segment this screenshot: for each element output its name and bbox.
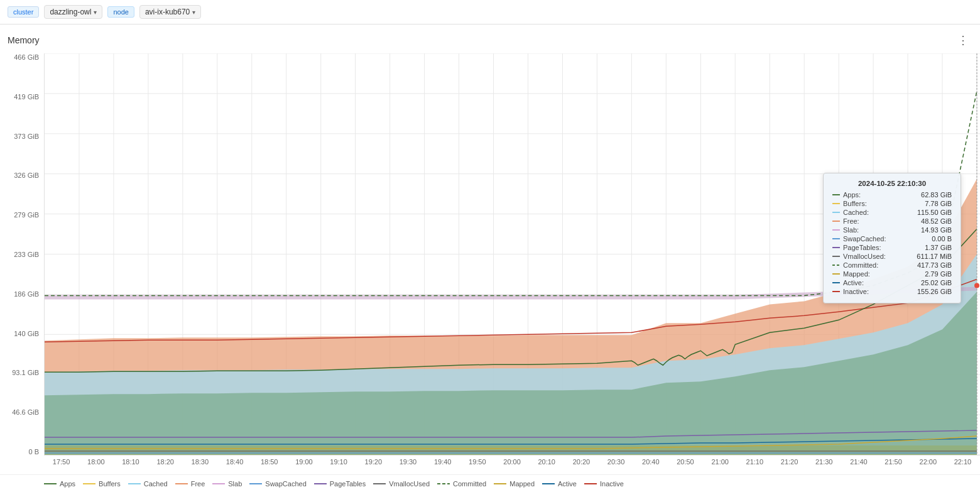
x-label-1: 18:00 bbox=[79, 458, 113, 466]
y-label-0: 466 GiB bbox=[3, 53, 39, 61]
tooltip-key-active: Active: bbox=[832, 279, 864, 286]
legend-item-active[interactable]: Active bbox=[542, 480, 577, 488]
y-label-7: 140 GiB bbox=[3, 330, 39, 337]
x-label-18: 20:50 bbox=[668, 458, 702, 466]
tooltip: 2024-10-25 22:10:30 Apps: 62.83 GiB Buff… bbox=[823, 173, 961, 303]
mapped-legend-dot bbox=[832, 273, 840, 275]
committed-legend-dot bbox=[832, 265, 840, 266]
buffers-legend-dot bbox=[832, 203, 840, 204]
legend-item-free[interactable]: Free bbox=[175, 480, 205, 488]
x-label-21: 21:20 bbox=[772, 458, 807, 466]
vmalloc-legend-dot bbox=[832, 256, 840, 257]
x-label-10: 19:30 bbox=[391, 458, 425, 466]
legend-item-pagetables[interactable]: PageTables bbox=[314, 480, 366, 488]
tooltip-key-pagetables: PageTables: bbox=[832, 244, 881, 251]
tooltip-key-slab: Slab: bbox=[832, 226, 859, 234]
tooltip-row-vmalloc: VmallocUsed: 611.17 MiB bbox=[832, 253, 952, 260]
legend-item-committed[interactable]: Committed bbox=[437, 480, 486, 488]
legend-color-active bbox=[542, 483, 555, 484]
legend-label-free: Free bbox=[191, 480, 205, 488]
tooltip-key-cached: Cached: bbox=[832, 209, 869, 216]
tooltip-val-free: 48.52 GiB bbox=[921, 217, 952, 225]
cluster-badge: cluster bbox=[8, 6, 39, 18]
tooltip-val-vmalloc: 611.17 MiB bbox=[917, 253, 952, 260]
legend-item-cached[interactable]: Cached bbox=[128, 480, 168, 488]
chart-area: 466 GiB 419 GiB 373 GiB 326 GiB 279 GiB … bbox=[0, 53, 980, 474]
legend-item-apps[interactable]: Apps bbox=[44, 480, 75, 488]
x-label-22: 21:30 bbox=[807, 458, 841, 466]
cached-legend-dot bbox=[832, 212, 840, 213]
legend-label-active: Active bbox=[558, 480, 577, 488]
tooltip-val-swapcached: 0.00 B bbox=[932, 235, 952, 243]
x-label-4: 18:30 bbox=[183, 458, 217, 466]
chart-menu-button[interactable]: ⋮ bbox=[954, 32, 972, 48]
x-label-13: 20:00 bbox=[494, 458, 529, 466]
legend-item-swapcached[interactable]: SwapCached bbox=[249, 480, 306, 488]
x-label-8: 19:10 bbox=[322, 458, 356, 466]
y-axis: 466 GiB 419 GiB 373 GiB 326 GiB 279 GiB … bbox=[0, 53, 44, 456]
tooltip-key-free: Free: bbox=[832, 217, 859, 225]
tooltip-row-apps: Apps: 62.83 GiB bbox=[832, 191, 952, 199]
legend-item-vmalloc[interactable]: VmallocUsed bbox=[373, 480, 430, 488]
legend-item-inactive[interactable]: Inactive bbox=[584, 480, 624, 488]
tooltip-row-buffers: Buffers: 7.78 GiB bbox=[832, 200, 952, 207]
x-label-7: 19:00 bbox=[286, 458, 321, 466]
node-dropdown[interactable]: avi-ix-kub670 bbox=[139, 5, 201, 19]
tooltip-val-apps: 62.83 GiB bbox=[921, 191, 952, 199]
legend-color-pagetables bbox=[314, 483, 327, 484]
x-label-17: 20:40 bbox=[633, 458, 668, 466]
legend-color-free bbox=[175, 483, 188, 484]
x-label-5: 18:40 bbox=[217, 458, 252, 466]
active-legend-dot bbox=[832, 282, 840, 283]
x-label-16: 20:30 bbox=[599, 458, 633, 466]
tooltip-val-active: 25.02 GiB bbox=[921, 279, 952, 286]
tooltip-row-swapcached: SwapCached: 0.00 B bbox=[832, 235, 952, 243]
tooltip-timestamp: 2024-10-25 22:10:30 bbox=[832, 180, 952, 187]
tooltip-key-apps: Apps: bbox=[832, 191, 861, 199]
y-label-8: 93.1 GiB bbox=[3, 369, 39, 376]
hover-dot bbox=[974, 283, 979, 288]
legend-label-vmalloc: VmallocUsed bbox=[389, 480, 430, 488]
tooltip-row-pagetables: PageTables: 1.37 GiB bbox=[832, 244, 952, 251]
x-label-15: 20:20 bbox=[564, 458, 599, 466]
legend-item-mapped[interactable]: Mapped bbox=[494, 480, 535, 488]
tooltip-val-buffers: 7.78 GiB bbox=[925, 200, 952, 207]
legend-label-committed: Committed bbox=[453, 480, 486, 488]
tooltip-row-free: Free: 48.52 GiB bbox=[832, 217, 952, 225]
y-label-6: 186 GiB bbox=[3, 290, 39, 298]
tooltip-row-inactive: Inactive: 155.26 GiB bbox=[832, 288, 952, 295]
legend-label-swapcached: SwapCached bbox=[265, 480, 306, 488]
tooltip-val-cached: 115.50 GiB bbox=[917, 209, 952, 216]
x-label-26: 22:10 bbox=[945, 458, 980, 466]
x-label-12: 19:50 bbox=[460, 458, 494, 466]
legend-label-mapped: Mapped bbox=[509, 480, 535, 488]
legend-label-buffers: Buffers bbox=[99, 480, 121, 488]
y-label-3: 326 GiB bbox=[3, 172, 39, 179]
tooltip-key-inactive: Inactive: bbox=[832, 288, 869, 295]
cluster-dropdown[interactable]: dazzling-owl bbox=[44, 5, 102, 19]
x-label-20: 21:10 bbox=[738, 458, 772, 466]
legend-label-inactive: Inactive bbox=[600, 480, 624, 488]
legend-color-inactive bbox=[584, 483, 597, 484]
legend-label-cached: Cached bbox=[144, 480, 168, 488]
legend-label-slab: Slab bbox=[228, 480, 242, 488]
tooltip-val-slab: 14.93 GiB bbox=[921, 226, 952, 234]
legend-color-slab bbox=[212, 483, 225, 484]
tooltip-val-committed: 417.73 GiB bbox=[917, 261, 952, 269]
tooltip-key-mapped: Mapped: bbox=[832, 270, 870, 278]
legend-item-buffers[interactable]: Buffers bbox=[83, 480, 121, 488]
tooltip-val-pagetables: 1.37 GiB bbox=[925, 244, 952, 251]
legend: Apps Buffers Cached Free Slab SwapCached… bbox=[0, 474, 980, 493]
legend-color-cached bbox=[128, 483, 141, 484]
x-label-19: 21:00 bbox=[703, 458, 738, 466]
x-label-25: 22:00 bbox=[911, 458, 945, 466]
legend-color-apps bbox=[44, 483, 57, 484]
x-label-11: 19:40 bbox=[425, 458, 460, 466]
pagetables-legend-dot bbox=[832, 247, 840, 248]
inactive-legend-dot bbox=[832, 291, 840, 292]
legend-color-buffers bbox=[83, 483, 95, 484]
legend-color-swapcached bbox=[249, 483, 262, 484]
legend-item-slab[interactable]: Slab bbox=[212, 480, 242, 488]
tooltip-key-buffers: Buffers: bbox=[832, 200, 867, 207]
tooltip-row-cached: Cached: 115.50 GiB bbox=[832, 209, 952, 216]
